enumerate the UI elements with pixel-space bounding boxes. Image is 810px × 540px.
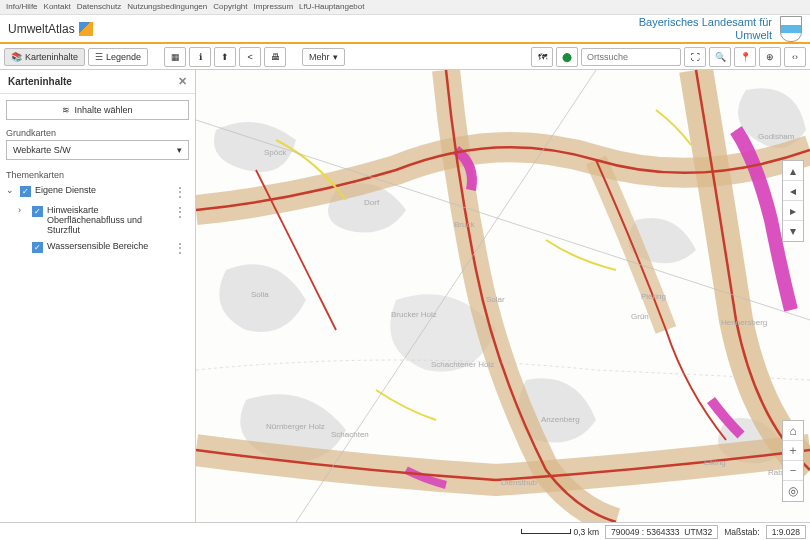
locate-icon[interactable]: 📍 [734, 47, 756, 67]
footer: 0,3 km 790049 : 5364333 UTM32 Maßstab: 1… [0, 522, 810, 540]
themenkarten-label: Themenkarten [6, 170, 189, 180]
basemap-select[interactable]: Webkarte S/W▾ [6, 140, 189, 160]
nav-link[interactable]: Impressum [254, 2, 294, 12]
pan-up-icon[interactable]: ▴ [783, 161, 803, 181]
info-icon[interactable]: ℹ [189, 47, 211, 67]
map-nav-controls: ▴ ◂ ▸ ▾ [782, 160, 804, 242]
nav-link[interactable]: LfU-Hauptangebot [299, 2, 364, 12]
menu-dots-icon[interactable]: ⋮ [171, 205, 189, 219]
scale-label: Maßstab: [724, 527, 759, 537]
nav-link[interactable]: Datenschutz [77, 2, 121, 12]
checkbox-icon[interactable]: ✓ [20, 186, 31, 197]
nav-link[interactable]: Info/Hilfe [6, 2, 38, 12]
export-icon[interactable]: ⬆ [214, 47, 236, 67]
close-icon[interactable]: ✕ [178, 75, 187, 88]
zoom-out-icon[interactable]: － [783, 461, 803, 481]
layer-eigene-dienste[interactable]: ⌄✓Eigene Dienste ⋮ [6, 182, 189, 202]
pan-right-icon[interactable]: ▸ [783, 201, 803, 221]
header: UmweltAtlas Bayerisches Landesamt fürUmw… [0, 14, 810, 42]
target-icon[interactable]: ◎ [783, 481, 803, 501]
brand-text: UmweltAtlas [8, 22, 75, 36]
share-icon[interactable]: < [239, 47, 261, 67]
karteninhalte-button[interactable]: 📚 Karteninhalte [4, 48, 85, 66]
layer-wassersensible[interactable]: ›✓Wassersensible Bereiche ⋮ [6, 238, 189, 258]
layer-hinweiskarte[interactable]: ›✓Hinweiskarte Oberflächenabfluss und St… [6, 202, 189, 238]
org-name: Bayerisches Landesamt fürUmwelt [639, 16, 772, 40]
select-content-button[interactable]: ≋ Inhalte wählen [6, 100, 189, 120]
mehr-button[interactable]: Mehr ▾ [302, 48, 345, 66]
legende-button[interactable]: ☰ Legende [88, 48, 148, 66]
pan-down-icon[interactable]: ▾ [783, 221, 803, 241]
checkbox-icon[interactable]: ✓ [32, 242, 43, 253]
sidebar: Karteninhalte ✕ ≋ Inhalte wählen Grundka… [0, 70, 196, 522]
toolbar: 📚 Karteninhalte ☰ Legende ▦ ℹ ⬆ < 🖶 Mehr… [0, 44, 810, 70]
basemap-icon[interactable]: 🗺 [531, 47, 553, 67]
panel-title: Karteninhalte [8, 76, 72, 87]
logo-icon [79, 22, 93, 36]
scale-value[interactable]: 1:9.028 [766, 525, 806, 539]
bavaria-crest-icon [780, 16, 802, 42]
nav-link[interactable]: Kontakt [44, 2, 71, 12]
globe-icon[interactable]: ⊕ [759, 47, 781, 67]
map-canvas[interactable]: Spöck Dorf Solla Bruck Solar Brucker Hol… [196, 70, 810, 522]
scale-bar: 0,3 km [521, 527, 600, 537]
grundkarten-label: Grundkarten [6, 128, 189, 138]
print-icon[interactable]: 🖶 [264, 47, 286, 67]
zoom-coords-icon[interactable]: 🔍 [709, 47, 731, 67]
home-icon[interactable]: ⌂ [783, 421, 803, 441]
top-nav: Info/Hilfe Kontakt Datenschutz Nutzungsb… [0, 0, 810, 14]
map-zoom-controls: ⌂ ＋ － ◎ [782, 420, 804, 502]
settings-icon[interactable]: ‹› [784, 47, 806, 67]
menu-dots-icon[interactable]: ⋮ [171, 241, 189, 255]
search-extent-icon[interactable]: ⛶ [684, 47, 706, 67]
checkbox-icon[interactable]: ✓ [32, 206, 43, 217]
zoom-in-icon[interactable]: ＋ [783, 441, 803, 461]
nav-link[interactable]: Copyright [213, 2, 247, 12]
pan-left-icon[interactable]: ◂ [783, 181, 803, 201]
pin-icon[interactable]: ⬤ [556, 47, 578, 67]
brand-logo[interactable]: UmweltAtlas [8, 22, 93, 36]
search-input[interactable] [581, 48, 681, 66]
coords-readout: 790049 : 5364333 UTM32 [605, 525, 718, 539]
menu-dots-icon[interactable]: ⋮ [171, 185, 189, 199]
layers-icon[interactable]: ▦ [164, 47, 186, 67]
nav-link[interactable]: Nutzungsbedingungen [127, 2, 207, 12]
